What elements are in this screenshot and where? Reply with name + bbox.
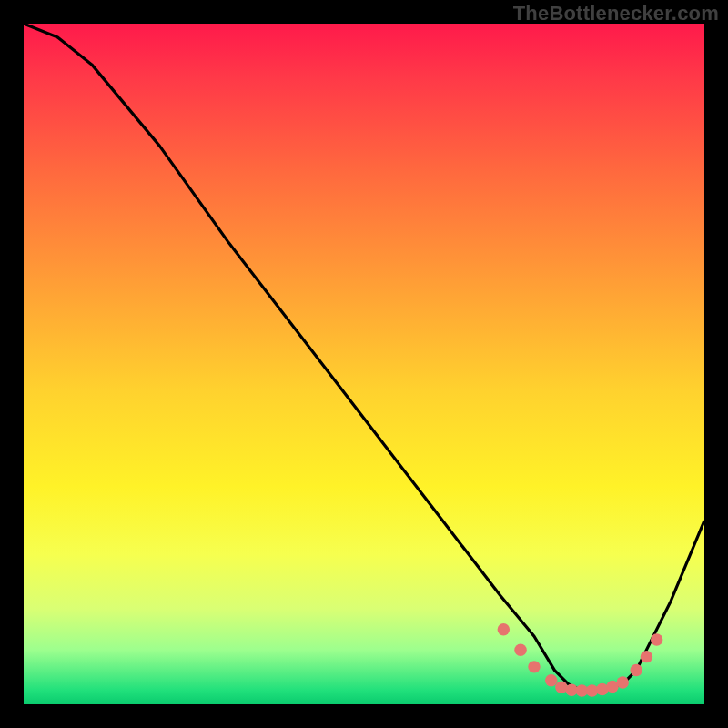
bottleneck-curve <box>24 24 704 691</box>
curve-marker <box>630 664 642 676</box>
curve-marker <box>498 623 510 635</box>
plot-area <box>24 24 704 704</box>
curve-marker <box>528 661 540 672</box>
watermark-label: TheBottlenecker.com <box>513 2 719 25</box>
marker-group <box>498 623 663 697</box>
curve-marker <box>651 633 662 645</box>
chart-frame: TheBottlenecker.com <box>0 0 728 728</box>
curve-marker <box>641 651 652 662</box>
curve-marker <box>545 674 557 686</box>
chart-svg <box>24 24 704 704</box>
curve-marker <box>617 676 629 688</box>
curve-marker <box>514 643 526 655</box>
